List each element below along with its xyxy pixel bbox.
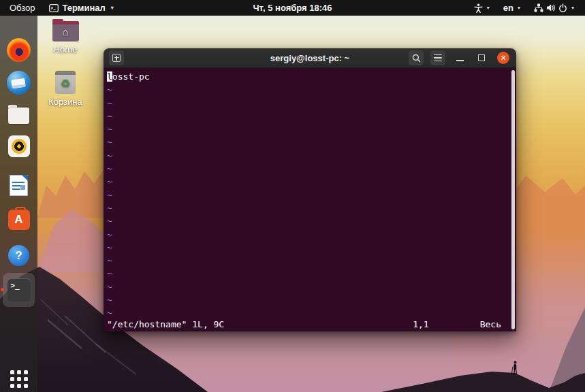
dock-item-rhythmbox[interactable] [0, 135, 37, 157]
dock-item-help[interactable]: ? [0, 245, 37, 266]
accessibility-menu[interactable]: ▾ [470, 3, 494, 13]
rhythmbox-icon [8, 135, 30, 157]
accessibility-icon [474, 3, 483, 13]
desktop-icon-label: Корзина [46, 97, 85, 107]
vim-tilde: ~ [107, 228, 516, 241]
hamburger-icon [434, 54, 442, 61]
vim-line-1: losst-pc [107, 70, 516, 83]
terminal-icon: >_ [7, 278, 31, 301]
vim-line-1-text: osst-pc [112, 71, 150, 82]
dock-item-ubuntu-software[interactable]: A [0, 207, 37, 230]
dock-item-thunderbird[interactable] [0, 71, 37, 95]
new-tab-button[interactable] [109, 50, 124, 65]
vim-tilde: ~ [107, 201, 516, 214]
show-applications-button[interactable] [0, 370, 37, 388]
vim-tilde: ~ [107, 135, 516, 148]
wired-network-icon [534, 3, 543, 12]
terminal-content[interactable]: losst-pc ~~~~~~~~~~~~~~~~~~ "/etc/hostna… [104, 68, 516, 331]
apps-grid-icon [10, 370, 28, 388]
vim-tilde: ~ [107, 241, 516, 254]
chevron-down-icon: ▾ [518, 5, 520, 11]
search-button[interactable] [409, 50, 424, 65]
dock-item-terminal[interactable]: >_ [3, 273, 35, 307]
keyboard-layout-label: en [503, 3, 513, 13]
vim-file-info: "/etc/hostname" 1L, 9C [107, 318, 224, 331]
firefox-icon [7, 38, 31, 62]
files-icon [8, 108, 29, 124]
dock-item-files[interactable] [0, 104, 37, 124]
desktop-icon-trash[interactable]: ♻ Корзина [46, 71, 85, 107]
vim-tilde: ~ [107, 110, 516, 122]
libreoffice-writer-icon [10, 175, 28, 196]
vim-tilde: ~ [107, 293, 516, 306]
new-tab-icon [112, 54, 121, 62]
desktop-icon-home[interactable]: ⌂ Home [46, 21, 85, 54]
power-icon [558, 3, 567, 13]
vim-status-line: "/etc/hostname" 1L, 9C 1,1 Весь [104, 318, 516, 331]
vim-tilde: ~ [107, 83, 516, 96]
ubuntu-software-icon: A [8, 210, 30, 230]
terminal-scrollbar[interactable] [511, 70, 515, 329]
close-icon: ✕ [497, 52, 509, 64]
desktop-icon-label: Home [46, 44, 85, 54]
minimize-button[interactable] [452, 50, 467, 65]
vim-tilde: ~ [107, 162, 516, 175]
search-icon [412, 54, 421, 63]
dock-item-firefox[interactable] [0, 38, 37, 62]
maximize-icon [478, 54, 485, 61]
vim-cursor-position: 1,1 [413, 318, 428, 331]
maximize-button[interactable] [474, 50, 489, 65]
vim-tilde: ~ [107, 189, 516, 201]
vim-tilde-lines: ~~~~~~~~~~~~~~~~~~ [107, 83, 516, 319]
vim-tilde: ~ [107, 97, 516, 110]
home-folder-icon: ⌂ [52, 21, 79, 42]
dock-item-libreoffice-writer[interactable] [0, 175, 37, 196]
vim-tilde: ~ [107, 214, 516, 227]
top-bar: Чт, 5 ноября 18:46 Обзор Терминал ▾ ▾ en… [0, 0, 585, 16]
chevron-down-icon: ▾ [487, 5, 490, 11]
thunderbird-icon [7, 71, 31, 95]
volume-icon [546, 3, 556, 12]
house-icon: ⌂ [62, 27, 68, 37]
menu-button[interactable] [430, 50, 445, 65]
running-indicator [1, 288, 4, 291]
trash-icon: ♻ [55, 71, 76, 94]
vim-tilde: ~ [107, 254, 516, 267]
vim-scroll-indicator: Весь [480, 318, 501, 331]
vim-tilde: ~ [107, 267, 516, 280]
recycle-icon: ♻ [61, 78, 70, 89]
headerbar[interactable]: sergiy@losst-pc: ~ ✕ [104, 48, 516, 68]
chevron-down-icon: ▾ [571, 5, 574, 11]
vim-cursor: l [107, 71, 112, 82]
terminal-window: sergiy@losst-pc: ~ ✕ losst-pc ~~~~~~~~~~… [104, 48, 516, 331]
vim-tilde: ~ [107, 122, 516, 135]
dock: A ? >_ [0, 16, 37, 392]
minimize-icon [456, 60, 464, 61]
vim-tilde: ~ [107, 149, 516, 162]
vim-tilde: ~ [107, 280, 516, 293]
help-icon: ? [8, 245, 29, 266]
system-status-menu[interactable]: ▾ [530, 3, 578, 13]
vim-tilde: ~ [107, 175, 516, 188]
close-button[interactable]: ✕ [496, 50, 511, 65]
keyboard-layout-menu[interactable]: en ▾ [499, 3, 524, 13]
